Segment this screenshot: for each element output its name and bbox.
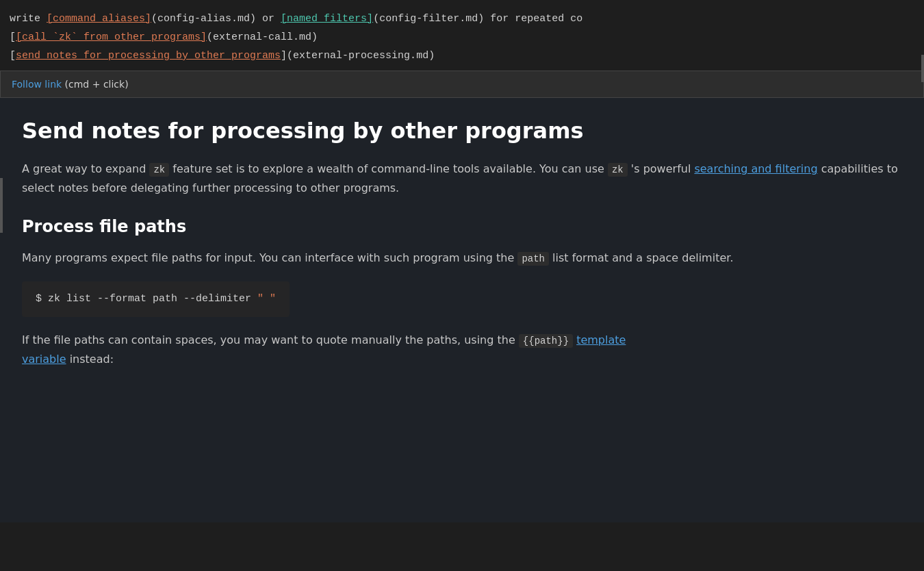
- page-title: Send notes for processing by other progr…: [22, 117, 902, 146]
- topbar-command-aliases-link[interactable]: [command aliases]: [47, 13, 151, 25]
- intro-code-zk1: zk: [149, 163, 169, 177]
- code-dollar: $: [36, 293, 48, 305]
- topbar-line3-href: ](external-processing.md): [281, 50, 435, 62]
- code-space-text: [264, 293, 270, 305]
- section1-code-path: path: [517, 252, 549, 266]
- code-block: $ zk list --format path --delimiter " ": [22, 281, 290, 317]
- main-content: Send notes for processing by other progr…: [0, 98, 924, 522]
- topbar-link1-href: (config-alias.md): [151, 13, 256, 25]
- section1-paragraph: Many programs expect file paths for inpu…: [22, 249, 902, 268]
- template-link[interactable]: template: [576, 333, 626, 346]
- intro-after1: feature set is to explore a wealth of co…: [169, 162, 608, 175]
- topbar-line3: [send notes for processing by other prog…: [10, 47, 910, 65]
- section1-para-before: Many programs expect file paths for inpu…: [22, 251, 517, 264]
- bottom-inline-code-path: {{path}}: [519, 334, 573, 348]
- topbar-or-text: or: [256, 13, 281, 25]
- bottom-para-after: instead:: [66, 353, 114, 366]
- intro-code-zk2: zk: [608, 163, 628, 177]
- topbar-line2: [[call `zk` from other programs](externa…: [10, 28, 910, 47]
- top-bar: write [command aliases](config-alias.md)…: [0, 0, 924, 71]
- tooltip-hint: (cmd + click): [62, 79, 129, 90]
- topbar-call-zk-link[interactable]: [call `zk` from other programs]: [16, 31, 207, 43]
- topbar-line3-bracket: [: [10, 50, 16, 62]
- topbar-named-filters-link[interactable]: [named filters]: [281, 13, 373, 25]
- intro-paragraph: A great way to expand zk feature set is …: [22, 160, 902, 197]
- bottom-para-before: If the file paths can contain spaces, yo…: [22, 333, 519, 346]
- topbar-line2-href: (external-call.md): [207, 31, 318, 43]
- topbar-write-text: write: [10, 13, 47, 25]
- intro-before: A great way to expand: [22, 162, 149, 175]
- variable-link[interactable]: variable: [22, 353, 66, 366]
- searching-filtering-link[interactable]: searching and filtering: [694, 162, 817, 175]
- code-cmd-text: zk list --format path --delimiter: [48, 293, 257, 305]
- intro-after2: 's powerful: [628, 162, 695, 175]
- follow-link-label[interactable]: Follow link: [12, 79, 62, 90]
- section1-para-after: list format and a space delimiter.: [549, 251, 733, 264]
- topbar-line1: write [command aliases](config-alias.md)…: [10, 10, 910, 28]
- section1-title: Process file paths: [22, 216, 902, 238]
- tooltip-bar: Follow link (cmd + click): [0, 71, 924, 98]
- right-indicator: [921, 55, 924, 82]
- topbar-line2-bracket: [: [10, 31, 16, 43]
- topbar-line1-after: for repeated co: [484, 13, 582, 25]
- code-string1: ": [257, 293, 264, 305]
- topbar-link2-href: (config-filter.md): [373, 13, 484, 25]
- sidebar-left-indicator: [0, 178, 3, 233]
- bottom-paragraph: If the file paths can contain spaces, yo…: [22, 331, 902, 368]
- code-string2: ": [270, 293, 276, 305]
- topbar-send-notes-link[interactable]: send notes for processing by other progr…: [16, 50, 281, 62]
